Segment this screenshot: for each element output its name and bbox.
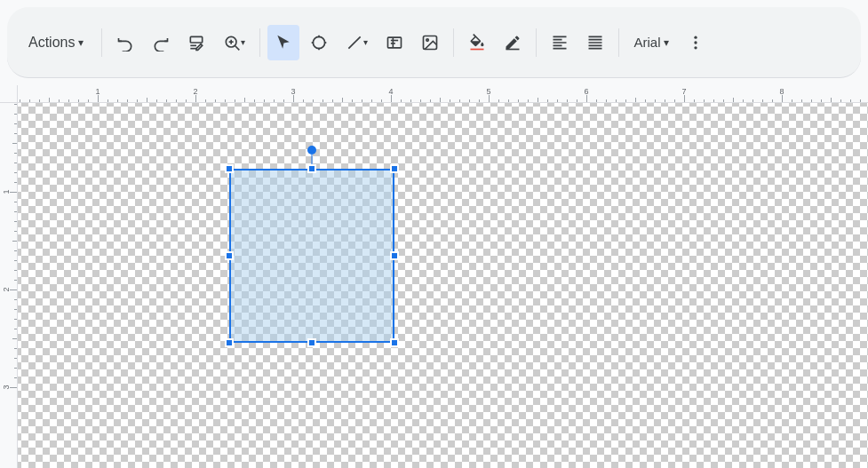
canvas-background xyxy=(0,85,868,468)
handle-bot-right[interactable] xyxy=(390,338,399,347)
cursor-icon xyxy=(275,34,292,52)
font-chevron-icon: ▾ xyxy=(664,36,669,49)
align-justify-icon xyxy=(586,34,604,52)
toolbar: Actions ▾ ▾ xyxy=(7,7,861,78)
shape-box xyxy=(229,169,394,343)
line-chevron-icon: ▾ xyxy=(363,37,368,47)
undo-icon xyxy=(116,34,134,52)
actions-label: Actions xyxy=(28,35,75,51)
align-left-icon xyxy=(551,34,569,52)
zoom-icon xyxy=(223,34,241,52)
format-button[interactable] xyxy=(180,25,212,60)
image-icon xyxy=(421,34,439,52)
svg-point-23 xyxy=(695,46,697,49)
rotate-handle[interactable] xyxy=(307,146,316,155)
font-name-label: Arial xyxy=(633,35,660,50)
svg-line-12 xyxy=(349,36,361,48)
handle-top-right[interactable] xyxy=(390,164,399,173)
shape-select-button[interactable] xyxy=(303,25,335,60)
image-button[interactable] xyxy=(414,25,446,60)
redo-button[interactable] xyxy=(145,25,177,60)
svg-point-21 xyxy=(695,36,697,38)
align-left-button[interactable] xyxy=(544,25,576,60)
handle-bot-mid[interactable] xyxy=(307,338,316,347)
textbox-icon xyxy=(386,34,403,52)
svg-rect-20 xyxy=(506,48,520,50)
svg-line-4 xyxy=(235,45,240,50)
selected-shape[interactable] xyxy=(229,169,394,343)
ruler-left: 123 xyxy=(0,103,18,468)
fill-color-button[interactable] xyxy=(461,25,493,60)
undo-button[interactable] xyxy=(109,25,141,60)
svg-point-7 xyxy=(314,36,325,48)
textbox-button[interactable] xyxy=(378,25,410,60)
separator-3 xyxy=(453,28,454,57)
redo-icon xyxy=(152,34,170,52)
svg-point-18 xyxy=(426,38,429,41)
handle-mid-left[interactable] xyxy=(225,251,234,260)
separator-2 xyxy=(259,28,260,57)
separator-1 xyxy=(101,28,102,57)
zoom-button[interactable]: ▾ xyxy=(216,25,252,60)
line-color-button[interactable] xyxy=(497,25,529,60)
select-tool-button[interactable] xyxy=(267,25,299,60)
separator-4 xyxy=(536,28,537,57)
canvas-area[interactable]: 123456789 123 xyxy=(0,85,868,468)
handle-top-mid[interactable] xyxy=(307,164,316,173)
font-selector-button[interactable]: Arial ▾ xyxy=(626,25,676,60)
separator-5 xyxy=(618,28,619,57)
actions-chevron-icon: ▾ xyxy=(78,36,84,49)
handle-top-left[interactable] xyxy=(225,164,234,173)
format-icon xyxy=(187,34,205,52)
more-options-icon xyxy=(687,34,705,52)
fill-color-icon xyxy=(468,34,486,52)
zoom-chevron-icon: ▾ xyxy=(241,37,245,47)
more-options-button[interactable] xyxy=(680,25,712,60)
line-tool-button[interactable]: ▾ xyxy=(338,25,375,60)
svg-rect-19 xyxy=(471,48,484,50)
ruler-top: 123456789 xyxy=(18,85,868,103)
svg-point-22 xyxy=(695,41,697,44)
ruler-corner xyxy=(0,85,18,103)
line-color-icon xyxy=(504,34,522,52)
align-justify-button[interactable] xyxy=(579,25,611,60)
handle-bot-left[interactable] xyxy=(225,338,234,347)
shape-select-icon xyxy=(310,34,328,52)
handle-mid-right[interactable] xyxy=(390,251,399,260)
line-tool-icon xyxy=(346,34,363,52)
actions-button[interactable]: Actions ▾ xyxy=(18,25,94,60)
svg-rect-0 xyxy=(191,36,203,43)
